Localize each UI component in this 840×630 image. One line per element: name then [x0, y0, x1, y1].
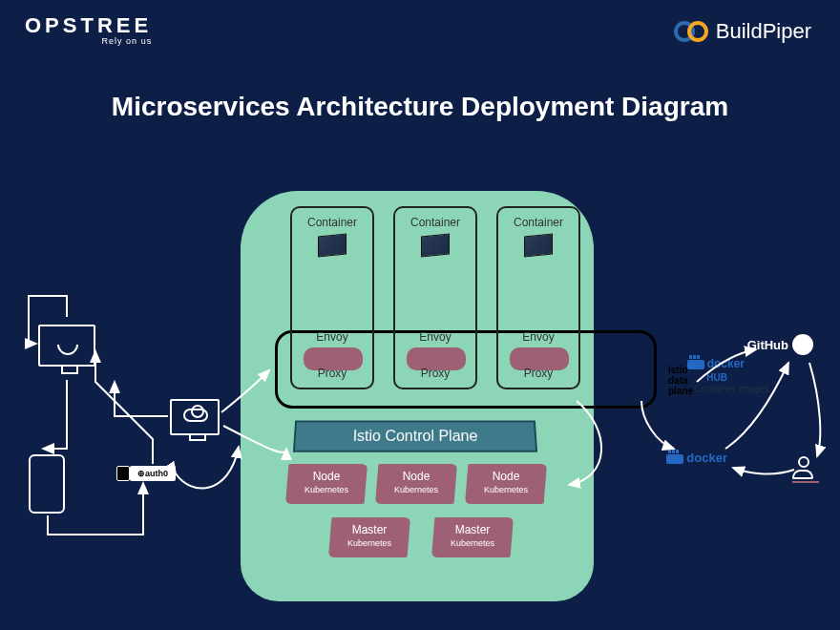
buildpiper-rings-icon — [674, 21, 708, 42]
node-label: Node — [285, 470, 368, 483]
kubernetes-sublabel: Kubernetes — [375, 485, 457, 494]
container-cube-icon — [421, 233, 450, 257]
buildpiper-text: BuildPiper — [716, 19, 811, 44]
container-images-label: Container Images — [694, 384, 769, 394]
mobile-client-icon — [29, 454, 65, 514]
proxy-label: Proxy — [498, 367, 578, 380]
docker-hub-sublabel: HUB — [706, 372, 727, 383]
kubernetes-sublabel: Kubernetes — [328, 538, 410, 548]
proxy-label: Proxy — [292, 367, 372, 380]
diagram-title: Microservices Architecture Deployment Di… — [0, 92, 840, 122]
container-cube-icon — [318, 233, 346, 257]
github-label: GitHub — [747, 338, 788, 352]
cluster-stage: Istio data plane Container Envoy Proxy C… — [241, 191, 594, 601]
container-label: Container — [498, 216, 578, 229]
docker-text: docker — [686, 451, 727, 465]
settings-client-icon — [38, 325, 95, 367]
pod-2: Container Envoy Proxy — [393, 206, 477, 389]
master-label: Master — [328, 523, 410, 536]
container-label: Container — [292, 216, 372, 229]
kubernetes-master-2: Master Kubernetes — [431, 517, 514, 557]
opstree-logo: OPSTREE Rely on us — [25, 13, 152, 46]
kubernetes-node-2: Node Kubernetes — [375, 464, 457, 504]
proxy-label: Proxy — [395, 367, 475, 380]
kubernetes-sublabel: Kubernetes — [465, 485, 547, 494]
auth0-logo: ⊕auth0 — [130, 466, 176, 481]
docker-label: docker — [666, 451, 727, 465]
buildpiper-logo: BuildPiper — [674, 19, 811, 44]
developer-icon — [792, 456, 815, 483]
kubernetes-node-1: Node Kubernetes — [285, 464, 368, 504]
kubernetes-sublabel: Kubernetes — [431, 538, 514, 548]
github-icon — [792, 334, 813, 355]
docker-whale-icon — [687, 360, 704, 369]
node-label: Node — [375, 470, 457, 483]
docker-whale-icon — [666, 454, 683, 464]
pod-3: Container Envoy Proxy — [496, 206, 580, 389]
envoy-label: Envoy — [395, 330, 475, 344]
pod-1: Container Envoy Proxy — [290, 206, 374, 389]
node-label: Node — [465, 470, 547, 483]
header: OPSTREE Rely on us BuildPiper — [0, 13, 840, 61]
kubernetes-master-1: Master Kubernetes — [328, 517, 410, 557]
container-cube-icon — [524, 233, 553, 257]
envoy-label: Envoy — [498, 330, 578, 344]
opstree-logo-text: OPSTREE — [25, 13, 152, 38]
istio-control-plane: Istio Control Plane — [293, 421, 537, 452]
container-label: Container — [395, 216, 475, 229]
master-label: Master — [431, 523, 514, 536]
envoy-label: Envoy — [292, 330, 372, 344]
cloud-client-icon — [170, 399, 220, 435]
kubernetes-sublabel: Kubernetes — [285, 485, 368, 494]
kubernetes-node-3: Node Kubernetes — [465, 464, 547, 504]
docker-text: docker — [707, 357, 745, 370]
docker-hub-label: docker — [687, 357, 745, 370]
